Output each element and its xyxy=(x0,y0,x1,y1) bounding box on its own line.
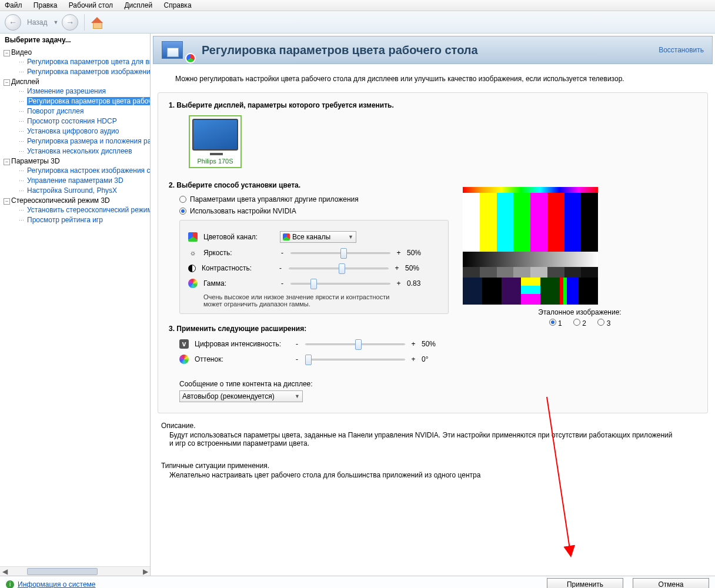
gamma-slider[interactable] xyxy=(290,278,390,289)
radio-other-apps[interactable] xyxy=(179,196,186,203)
ref-radio-1[interactable]: 1 xyxy=(549,319,562,328)
tree-branch-icon: ⋯ xyxy=(19,87,27,96)
sysinfo-link[interactable]: Информация о системе xyxy=(18,580,95,589)
minus-sign: - xyxy=(280,279,285,288)
back-dropdown-icon[interactable]: ▼ xyxy=(53,19,58,25)
tree-item-3d-manage[interactable]: Управление параметрами 3D xyxy=(27,176,123,185)
display-name: Philips 170S xyxy=(192,158,238,165)
step3-title: 3. Применить следующие расширения: xyxy=(169,325,449,333)
gamma-hint: Очень высокое или низкое значение яркост… xyxy=(203,293,392,308)
tree-item-game-rating[interactable]: Просмотр рейтинга игр xyxy=(27,216,103,224)
brightness-label: Яркость: xyxy=(203,249,274,257)
brightness-value: 50% xyxy=(407,249,434,257)
banner-color-icon xyxy=(185,53,196,64)
restore-link[interactable]: Восстановить xyxy=(659,46,704,54)
content-type-label: Сообщение о типе контента на дисплее: xyxy=(179,380,449,388)
tree-item-multimon[interactable]: Установка нескольких дисплеев xyxy=(27,147,132,155)
minus-sign: - xyxy=(295,340,299,348)
dropdown-icon: ▼ xyxy=(348,234,353,240)
cancel-button[interactable]: Отмена xyxy=(633,578,709,589)
gamma-value: 0.83 xyxy=(407,279,434,288)
intro-text: Можно регулировать настройки цвета рабоч… xyxy=(175,75,708,83)
reference-image xyxy=(463,187,598,305)
scroll-thumb[interactable] xyxy=(27,568,98,575)
contrast-label: Контрастность: xyxy=(202,264,272,272)
plus-sign: + xyxy=(411,355,416,363)
channel-icon xyxy=(188,232,198,242)
menu-file[interactable]: Файл xyxy=(5,1,22,9)
tree-item-size-position[interactable]: Регулировка размера и положения рабо xyxy=(27,137,150,145)
toolbar-separator xyxy=(84,14,85,31)
tree-item-video-color[interactable]: Регулировка параметров цвета для вид xyxy=(27,58,150,66)
sidebar-hscroll[interactable]: ◀ ▶ xyxy=(0,566,150,576)
tree-group-3d[interactable]: Параметры 3D xyxy=(11,157,60,165)
scroll-left-icon[interactable]: ◀ xyxy=(0,567,9,576)
gamma-icon xyxy=(188,279,198,288)
tree-item-hdcp[interactable]: Просмотр состояния HDCP xyxy=(27,117,117,125)
back-label: Назад xyxy=(27,18,47,26)
menu-edit[interactable]: Правка xyxy=(34,1,58,9)
page-title: Регулировка параметров цвета рабочего ст… xyxy=(202,44,651,57)
tree-group-video[interactable]: Видео xyxy=(11,48,32,56)
tree-toggle-icon[interactable]: − xyxy=(4,159,10,165)
forward-button[interactable]: → xyxy=(62,14,78,31)
plus-sign: + xyxy=(395,264,399,272)
channel-value: Все каналы xyxy=(292,233,330,241)
tree-toggle-icon[interactable]: − xyxy=(4,198,10,205)
tree-group-display[interactable]: Дисплей xyxy=(11,78,39,86)
menu-display[interactable]: Дисплей xyxy=(124,1,152,9)
channel-combo[interactable]: Все каналы ▼ xyxy=(280,231,356,243)
task-tree[interactable]: −Видео ⋯Регулировка параметров цвета для… xyxy=(0,46,150,566)
tree-branch-icon: ⋯ xyxy=(19,97,27,106)
contrast-slider[interactable] xyxy=(289,263,389,273)
tree-item-stereo-setup[interactable]: Установить стереоскопический режим 3 xyxy=(27,206,150,214)
radio-nvidia-label: Использовать настройки NVIDIA xyxy=(190,207,296,215)
scroll-right-icon[interactable]: ▶ xyxy=(141,567,150,576)
tree-item-3d-image[interactable]: Регулировка настроек изображения с пр xyxy=(27,166,150,175)
minus-sign: - xyxy=(280,249,285,257)
hue-label: Оттенок: xyxy=(195,355,289,363)
step2-title: 2. Выберите способ установки цвета. xyxy=(169,181,449,189)
sysinfo-icon: i xyxy=(6,580,14,589)
radio-nvidia[interactable] xyxy=(179,208,186,215)
tree-item-audio[interactable]: Установка цифрового аудио xyxy=(27,127,119,135)
apply-button[interactable]: Применить xyxy=(547,578,623,589)
home-icon[interactable] xyxy=(91,16,103,29)
minus-sign: - xyxy=(295,355,299,363)
menu-bar: Файл Правка Рабочий стол Дисплей Справка xyxy=(0,0,715,11)
hue-slider[interactable] xyxy=(305,354,405,365)
menu-desktop[interactable]: Рабочий стол xyxy=(69,1,113,9)
tree-item-resolution[interactable]: Изменение разрешения xyxy=(27,87,106,95)
channel-label: Цветовой канал: xyxy=(203,233,274,241)
status-bar: i Информация о системе Применить Отмена xyxy=(0,576,715,588)
tree-item-rotate[interactable]: Поворот дисплея xyxy=(27,107,84,115)
ref-radio-3[interactable]: 3 xyxy=(597,319,610,328)
ref-radio-2[interactable]: 2 xyxy=(573,319,586,328)
tree-item-video-image[interactable]: Регулировка параметров изображения д xyxy=(27,68,150,76)
tree-branch-icon: ⋯ xyxy=(19,186,27,196)
vibrance-label: Цифровая интенсивность: xyxy=(195,340,289,348)
vibrance-slider[interactable] xyxy=(305,339,405,349)
tree-toggle-icon[interactable]: − xyxy=(4,79,10,86)
tree-item-desktop-color[interactable]: Регулировка параметров цвета рабочег xyxy=(27,97,150,105)
display-thumbnail[interactable]: Philips 170S xyxy=(189,115,242,168)
ref-radio-3-label: 3 xyxy=(607,319,611,328)
back-button[interactable]: ← xyxy=(5,14,21,31)
task-header: Выберите задачу... xyxy=(0,34,150,46)
content-pane: Регулировка параметров цвета рабочего ст… xyxy=(151,34,715,576)
sidebar: Выберите задачу... −Видео ⋯Регулировка п… xyxy=(0,34,151,576)
content-type-combo[interactable]: Автовыбор (рекомендуется) ▼ xyxy=(179,390,303,402)
menu-help[interactable]: Справка xyxy=(163,1,191,9)
radio-other-apps-label: Параметрами цвета управляют другие прило… xyxy=(190,195,359,203)
brightness-slider[interactable] xyxy=(290,248,390,258)
tree-toggle-icon[interactable]: − xyxy=(4,50,10,56)
tree-branch-icon: ⋯ xyxy=(19,176,27,186)
tree-item-surround[interactable]: Настройка Surround, PhysX xyxy=(27,186,117,195)
combo-color-icon xyxy=(283,233,290,240)
tree-group-stereo[interactable]: Стереоскопический режим 3D xyxy=(11,196,110,205)
page-banner: Регулировка параметров цвета рабочего ст… xyxy=(153,36,713,64)
tree-branch-icon: ⋯ xyxy=(19,137,27,146)
description-body: Будут использоваться параметры цвета, за… xyxy=(169,431,675,447)
vibrance-value: 50% xyxy=(422,340,449,348)
hue-value: 0° xyxy=(422,355,449,363)
